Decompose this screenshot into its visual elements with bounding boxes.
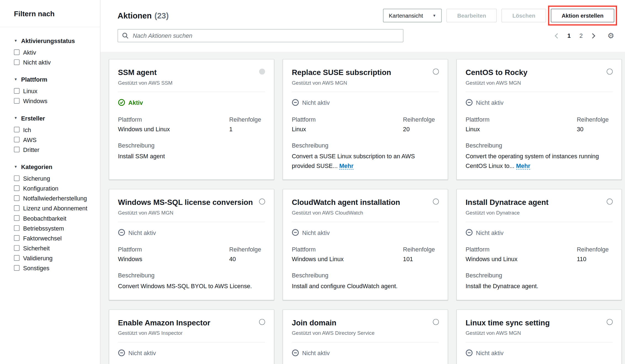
order-label: Reihenfolge [229,246,265,253]
filter-option[interactable]: Aktiv [14,49,95,56]
status-label: Nicht aktiv [476,349,504,356]
checkbox-icon[interactable] [14,147,20,152]
card-radio[interactable] [259,199,265,205]
filter-option-label: Lizenz und Abonnement [23,205,87,212]
status-row: Nicht aktiv [292,229,439,236]
order-value: 101 [403,256,439,263]
filter-option[interactable]: Sonstiges [14,265,95,272]
card-radio[interactable] [607,319,613,325]
filter-option-label: AWS [23,136,37,143]
description-field: Beschreibung Install and configure Cloud… [292,272,439,291]
chevron-left-icon[interactable] [555,33,559,39]
status-inactive-icon [292,349,299,357]
filter-option[interactable]: Konfiguration [14,185,95,192]
section-header-kategorien[interactable]: ▼ Kategorien [14,164,95,170]
card-radio[interactable] [607,199,613,205]
card-radio[interactable] [607,69,613,75]
card-radio[interactable] [259,69,265,75]
checkbox-icon[interactable] [14,245,20,251]
card-head: SSM agent [118,67,265,78]
action-card: CentOS to Rocky Gestützt von AWS MGN Nic… [456,59,622,180]
filter-option[interactable]: Dritter [14,146,95,153]
checkbox-icon[interactable] [14,88,20,94]
card-provider: Gestützt von Dynatrace [466,210,613,216]
create-action-button[interactable]: Aktion erstellen [551,9,614,22]
gear-icon[interactable]: ⚙ [607,32,614,39]
filter-option-label: Aktiv [23,49,36,56]
checkbox-list: Sicherung Konfiguration Notfallwiederher… [14,175,95,272]
more-link[interactable]: Mehr [339,162,354,169]
filter-option[interactable]: Lizenz und Abonnement [14,205,95,212]
page-number-1[interactable]: 1 [567,32,571,39]
status-inactive-icon [118,349,125,357]
chevron-right-icon[interactable] [592,33,595,39]
filter-option[interactable]: Faktorwechsel [14,235,95,242]
filter-option[interactable]: Windows [14,98,95,105]
filter-option[interactable]: Betriebssystem [14,225,95,232]
action-card: Install Dynatrace agent Gestützt von Dyn… [456,189,622,300]
search-input[interactable] [132,32,399,39]
edit-button[interactable]: Bearbeiten [447,9,497,22]
card-provider: Gestützt von AWS Directory Service [292,330,439,336]
checkbox-icon[interactable] [14,265,20,271]
filter-option[interactable]: AWS [14,136,95,143]
section-header-aktivierungsstatus[interactable]: ▼ Aktivierungsstatus [14,38,95,44]
card-title: Join domain [292,318,336,328]
checkbox-icon[interactable] [14,255,20,261]
card-fields: Plattform Linux Reihenfolge 30 [466,116,613,132]
card-radio[interactable] [433,69,439,75]
platform-value: Linux [292,125,403,132]
order-label: Reihenfolge [577,116,613,123]
filter-option[interactable]: Linux [14,88,95,95]
filter-option-label: Notfallwiederherstellung [23,195,87,202]
card-fields: Plattform Linux Reihenfolge 20 [292,116,439,132]
checkbox-icon[interactable] [14,215,20,221]
filter-option[interactable]: Sicherheit [14,245,95,252]
checkbox-icon[interactable] [14,127,20,132]
sidebar-section-kategorien: ▼ Kategorien Sicherung Konfiguration [0,164,100,272]
delete-button[interactable]: Löschen [502,9,546,22]
checkbox-icon[interactable] [14,225,20,231]
checkbox-icon[interactable] [14,195,20,201]
filter-option[interactable]: Nicht aktiv [14,59,95,66]
view-select[interactable]: Kartenansicht ▼ [383,9,442,22]
checkbox-icon[interactable] [14,205,20,211]
checkbox-icon[interactable] [14,137,20,142]
filter-option[interactable]: Ich [14,126,95,133]
card-divider [466,222,613,222]
card-radio[interactable] [259,319,265,325]
order-value: 1 [229,125,265,132]
section-header-plattform[interactable]: ▼ Plattform [14,76,95,83]
order-value: 110 [577,256,613,263]
description-label: Beschreibung [118,272,265,279]
sidebar-title: Filtern nach [14,10,94,18]
order-field: Reihenfolge 20 [403,116,439,132]
description-field: Beschreibung Install SSM agent [118,142,265,161]
section-header-ersteller[interactable]: ▼ Ersteller [14,115,95,122]
checkbox-icon[interactable] [14,59,20,65]
card-radio[interactable] [433,199,439,205]
description-text: Install and configure CloudWatch agent. [292,283,398,290]
card-divider [292,342,439,342]
filter-option-label: Nicht aktiv [23,59,51,66]
status-row: Aktiv [118,99,265,106]
checkbox-icon[interactable] [14,235,20,241]
filter-option-label: Sonstiges [23,265,49,272]
more-link[interactable]: Mehr [516,162,530,169]
filter-option[interactable]: Sicherung [14,175,95,182]
search-box[interactable] [117,29,403,42]
action-card: SSM agent Gestützt von AWS SSM Aktiv [109,59,274,180]
checkbox-icon[interactable] [14,175,20,181]
description-field: Beschreibung Convert Windows MS-SQL BYOL… [118,272,265,291]
filter-option[interactable]: Beobachtbarkeit [14,215,95,222]
checkbox-icon[interactable] [14,185,20,191]
platform-value: Linux [466,125,577,132]
checkbox-icon[interactable] [14,98,20,104]
checkbox-icon[interactable] [14,49,20,55]
filter-option[interactable]: Notfallwiederherstellung [14,195,95,202]
card-radio[interactable] [433,319,439,325]
page-number-2[interactable]: 2 [579,32,583,39]
filter-option[interactable]: Validierung [14,255,95,262]
header-controls: Kartenansicht ▼ Bearbeiten Löschen Aktio… [383,9,614,22]
section-title: Aktivierungsstatus [21,38,75,44]
